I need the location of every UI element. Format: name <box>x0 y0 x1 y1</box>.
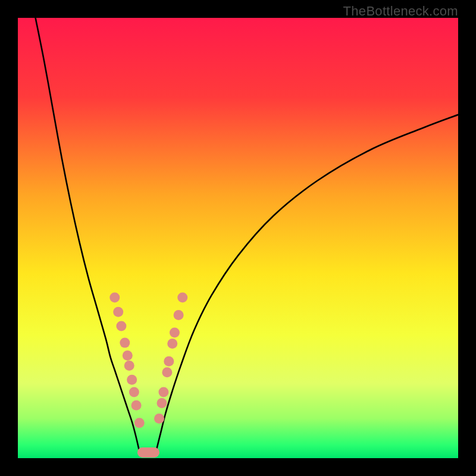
watermark-text: TheBottleneck.com <box>343 4 458 19</box>
gradient-bg <box>18 18 458 458</box>
marker-left <box>127 375 137 385</box>
marker-left <box>123 350 133 361</box>
chart-svg <box>18 18 458 458</box>
marker-left <box>131 400 142 411</box>
marker-left <box>120 338 130 348</box>
chart-frame: TheBottleneck.com <box>0 0 476 476</box>
marker-right <box>177 292 187 302</box>
plot-area <box>18 18 458 458</box>
marker-right <box>170 328 180 338</box>
marker-right <box>162 367 172 377</box>
marker-left <box>124 361 134 371</box>
marker-right <box>174 310 184 320</box>
marker-left <box>109 292 120 302</box>
marker-right <box>156 398 167 408</box>
marker-right <box>164 356 174 367</box>
marker-left <box>134 418 145 428</box>
marker-right <box>158 387 168 397</box>
marker-right <box>167 339 177 349</box>
marker-left <box>129 387 139 397</box>
marker-right <box>154 414 164 424</box>
marker-left <box>116 321 126 331</box>
marker-left <box>113 307 123 317</box>
